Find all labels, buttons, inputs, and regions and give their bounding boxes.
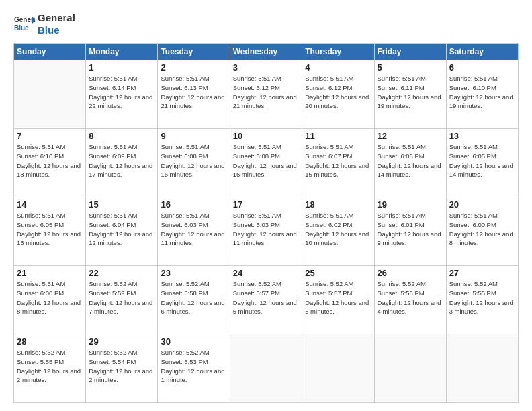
weekday-header-friday: Friday <box>374 44 446 60</box>
day-info: Sunrise: 5:51 AM Sunset: 6:01 PM Dayligh… <box>378 211 443 248</box>
calendar-cell <box>230 334 302 403</box>
weekday-header-saturday: Saturday <box>446 44 518 60</box>
calendar-cell <box>302 334 374 403</box>
weekday-header-thursday: Thursday <box>302 44 374 60</box>
calendar-cell <box>446 334 518 403</box>
calendar-cell: 10Sunrise: 5:51 AM Sunset: 6:08 PM Dayli… <box>230 129 302 197</box>
calendar-cell: 5Sunrise: 5:51 AM Sunset: 6:11 PM Daylig… <box>374 60 446 129</box>
day-number: 10 <box>233 131 300 141</box>
day-number: 8 <box>89 131 154 141</box>
day-number: 28 <box>17 336 83 347</box>
day-info: Sunrise: 5:52 AM Sunset: 5:57 PM Dayligh… <box>233 279 300 316</box>
weekday-header-sunday: Sunday <box>14 44 86 60</box>
page: General Blue General Blue SundayMondayTu… <box>0 0 532 411</box>
day-info: Sunrise: 5:51 AM Sunset: 6:11 PM Dayligh… <box>378 74 443 111</box>
logo-icon: General Blue <box>13 13 35 35</box>
day-number: 16 <box>161 199 226 210</box>
calendar-cell: 7Sunrise: 5:51 AM Sunset: 6:10 PM Daylig… <box>14 129 86 197</box>
day-info: Sunrise: 5:51 AM Sunset: 6:00 PM Dayligh… <box>17 279 83 316</box>
calendar-cell: 23Sunrise: 5:52 AM Sunset: 5:58 PM Dayli… <box>158 266 230 334</box>
day-number: 12 <box>378 131 443 141</box>
day-info: Sunrise: 5:51 AM Sunset: 6:05 PM Dayligh… <box>449 142 515 179</box>
day-number: 21 <box>17 268 83 278</box>
calendar-cell: 30Sunrise: 5:52 AM Sunset: 5:53 PM Dayli… <box>158 334 230 403</box>
day-info: Sunrise: 5:51 AM Sunset: 6:04 PM Dayligh… <box>89 211 154 248</box>
day-info: Sunrise: 5:51 AM Sunset: 6:03 PM Dayligh… <box>233 211 300 248</box>
day-number: 2 <box>161 62 226 73</box>
day-info: Sunrise: 5:51 AM Sunset: 6:06 PM Dayligh… <box>378 142 443 179</box>
calendar-table: SundayMondayTuesdayWednesdayThursdayFrid… <box>13 43 519 403</box>
day-number: 15 <box>89 199 154 210</box>
day-number: 23 <box>161 268 226 278</box>
day-info: Sunrise: 5:51 AM Sunset: 6:14 PM Dayligh… <box>89 74 154 111</box>
calendar-week-3: 14Sunrise: 5:51 AM Sunset: 6:05 PM Dayli… <box>14 197 519 266</box>
day-info: Sunrise: 5:51 AM Sunset: 6:07 PM Dayligh… <box>305 142 371 179</box>
day-number: 13 <box>449 131 515 141</box>
day-number: 19 <box>378 199 443 210</box>
day-info: Sunrise: 5:51 AM Sunset: 6:05 PM Dayligh… <box>17 211 83 248</box>
calendar-cell: 14Sunrise: 5:51 AM Sunset: 6:05 PM Dayli… <box>14 197 86 266</box>
calendar-cell: 21Sunrise: 5:51 AM Sunset: 6:00 PM Dayli… <box>14 266 86 334</box>
calendar-cell <box>14 60 86 129</box>
day-info: Sunrise: 5:51 AM Sunset: 6:12 PM Dayligh… <box>233 74 300 111</box>
day-info: Sunrise: 5:51 AM Sunset: 6:00 PM Dayligh… <box>449 211 515 248</box>
calendar-cell: 24Sunrise: 5:52 AM Sunset: 5:57 PM Dayli… <box>230 266 302 334</box>
day-number: 24 <box>233 268 300 278</box>
day-info: Sunrise: 5:51 AM Sunset: 6:03 PM Dayligh… <box>161 211 226 248</box>
calendar-cell <box>374 334 446 403</box>
calendar-header-row: SundayMondayTuesdayWednesdayThursdayFrid… <box>14 44 519 60</box>
calendar-cell: 8Sunrise: 5:51 AM Sunset: 6:09 PM Daylig… <box>86 129 158 197</box>
day-number: 3 <box>233 62 300 73</box>
logo-text: General Blue <box>38 12 75 36</box>
calendar-cell: 19Sunrise: 5:51 AM Sunset: 6:01 PM Dayli… <box>374 197 446 266</box>
calendar-cell: 25Sunrise: 5:52 AM Sunset: 5:57 PM Dayli… <box>302 266 374 334</box>
day-info: Sunrise: 5:52 AM Sunset: 5:55 PM Dayligh… <box>449 279 515 316</box>
day-number: 7 <box>17 131 83 141</box>
day-info: Sunrise: 5:52 AM Sunset: 5:55 PM Dayligh… <box>17 348 83 385</box>
calendar-week-1: 1Sunrise: 5:51 AM Sunset: 6:14 PM Daylig… <box>14 60 519 129</box>
day-info: Sunrise: 5:52 AM Sunset: 5:57 PM Dayligh… <box>305 279 371 316</box>
calendar-cell: 18Sunrise: 5:51 AM Sunset: 6:02 PM Dayli… <box>302 197 374 266</box>
logo-blue: Blue <box>38 24 60 36</box>
day-info: Sunrise: 5:51 AM Sunset: 6:02 PM Dayligh… <box>305 211 371 248</box>
day-number: 30 <box>161 336 226 347</box>
svg-text:Blue: Blue <box>14 24 29 32</box>
day-number: 11 <box>305 131 371 141</box>
day-info: Sunrise: 5:51 AM Sunset: 6:08 PM Dayligh… <box>161 142 226 179</box>
calendar-cell: 20Sunrise: 5:51 AM Sunset: 6:00 PM Dayli… <box>446 197 518 266</box>
day-number: 6 <box>449 62 515 73</box>
day-number: 25 <box>305 268 371 278</box>
calendar-cell: 22Sunrise: 5:52 AM Sunset: 5:59 PM Dayli… <box>86 266 158 334</box>
day-number: 14 <box>17 199 83 210</box>
day-number: 9 <box>161 131 226 141</box>
day-number: 1 <box>89 62 154 73</box>
day-info: Sunrise: 5:51 AM Sunset: 6:12 PM Dayligh… <box>305 74 371 111</box>
day-number: 5 <box>378 62 443 73</box>
day-info: Sunrise: 5:52 AM Sunset: 5:58 PM Dayligh… <box>161 279 226 316</box>
calendar-week-5: 28Sunrise: 5:52 AM Sunset: 5:55 PM Dayli… <box>14 334 519 403</box>
day-number: 17 <box>233 199 300 210</box>
calendar-cell: 17Sunrise: 5:51 AM Sunset: 6:03 PM Dayli… <box>230 197 302 266</box>
calendar-cell: 28Sunrise: 5:52 AM Sunset: 5:55 PM Dayli… <box>14 334 86 403</box>
calendar-cell: 15Sunrise: 5:51 AM Sunset: 6:04 PM Dayli… <box>86 197 158 266</box>
day-number: 18 <box>305 199 371 210</box>
day-number: 29 <box>89 336 154 347</box>
day-info: Sunrise: 5:51 AM Sunset: 6:10 PM Dayligh… <box>17 142 83 179</box>
calendar-cell: 1Sunrise: 5:51 AM Sunset: 6:14 PM Daylig… <box>86 60 158 129</box>
calendar-cell: 6Sunrise: 5:51 AM Sunset: 6:10 PM Daylig… <box>446 60 518 129</box>
weekday-header-tuesday: Tuesday <box>158 44 230 60</box>
day-info: Sunrise: 5:51 AM Sunset: 6:10 PM Dayligh… <box>449 74 515 111</box>
day-number: 4 <box>305 62 371 73</box>
calendar-cell: 27Sunrise: 5:52 AM Sunset: 5:55 PM Dayli… <box>446 266 518 334</box>
logo: General Blue General Blue <box>13 12 75 36</box>
logo-graphic: General Blue General Blue <box>13 12 75 36</box>
day-info: Sunrise: 5:52 AM Sunset: 5:54 PM Dayligh… <box>89 348 154 385</box>
calendar-cell: 4Sunrise: 5:51 AM Sunset: 6:12 PM Daylig… <box>302 60 374 129</box>
calendar-cell: 13Sunrise: 5:51 AM Sunset: 6:05 PM Dayli… <box>446 129 518 197</box>
day-info: Sunrise: 5:52 AM Sunset: 5:53 PM Dayligh… <box>161 348 226 385</box>
calendar-cell: 26Sunrise: 5:52 AM Sunset: 5:56 PM Dayli… <box>374 266 446 334</box>
calendar-cell: 16Sunrise: 5:51 AM Sunset: 6:03 PM Dayli… <box>158 197 230 266</box>
day-info: Sunrise: 5:51 AM Sunset: 6:09 PM Dayligh… <box>89 142 154 179</box>
calendar-cell: 3Sunrise: 5:51 AM Sunset: 6:12 PM Daylig… <box>230 60 302 129</box>
day-number: 27 <box>449 268 515 278</box>
